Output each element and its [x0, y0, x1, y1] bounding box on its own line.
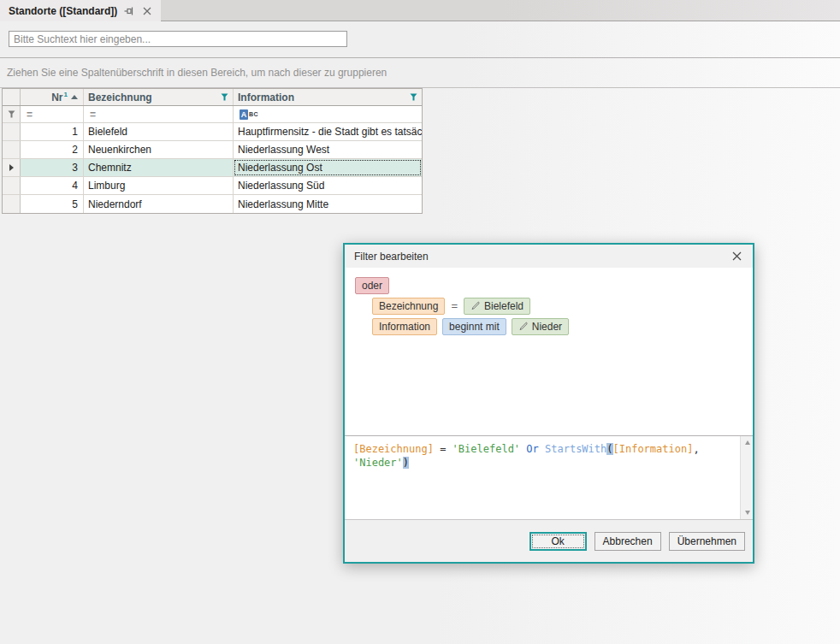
scroll-down-icon[interactable]: [741, 506, 754, 519]
data-grid: Nr1 Bezeichnung Information = = ABC 1 Bi…: [2, 88, 423, 214]
condition-field-badge[interactable]: Information: [372, 318, 437, 335]
search-input[interactable]: [9, 31, 347, 47]
code-token-keyword: Or: [526, 443, 538, 455]
cell-bezeichnung[interactable]: Limburg: [84, 177, 234, 194]
tab-title: Standorte ([Standard]): [9, 5, 117, 17]
table-row[interactable]: 2 Neuenkirchen Niederlassung West: [3, 141, 422, 159]
equals-operator-icon: =: [90, 109, 96, 121]
equals-operator-icon: =: [27, 109, 33, 121]
scrollbar[interactable]: [740, 436, 753, 519]
row-indicator-cell: [3, 141, 21, 158]
focused-row-arrow-icon: [9, 164, 14, 171]
cell-information[interactable]: Niederlassung Süd: [234, 177, 422, 194]
code-token-field: [Information]: [613, 443, 694, 455]
table-row[interactable]: 3 Chemnitz Niederlassung Ost: [3, 159, 422, 177]
column-header-nr[interactable]: Nr1: [21, 89, 84, 105]
condition-operator-badge[interactable]: beginnt mit: [442, 318, 506, 335]
pencil-icon: [518, 322, 528, 331]
sort-index-badge: 1: [64, 91, 68, 98]
dialog-titlebar[interactable]: Filter bearbeiten: [345, 245, 753, 268]
code-token-plain: =: [434, 443, 453, 455]
pencil-icon: [470, 301, 480, 310]
cell-nr[interactable]: 4: [21, 177, 84, 194]
expression-text[interactable]: [Bezeichnung] = 'Bielefeld' Or StartsWit…: [345, 436, 740, 519]
filter-funnel-icon[interactable]: [410, 93, 417, 101]
condition-value: Bielefeld: [484, 300, 524, 312]
table-row[interactable]: 1 Bielefeld Hauptfirmensitz - die Stadt …: [3, 123, 422, 141]
condition-field-badge[interactable]: Bezeichnung: [372, 298, 445, 315]
column-header-information[interactable]: Information: [234, 89, 422, 105]
filter-row-indicator-cell: [3, 106, 21, 122]
cell-bezeichnung[interactable]: Chemnitz: [84, 159, 234, 176]
condition-value: Nieder: [532, 321, 562, 333]
header-indicator-cell: [3, 89, 21, 105]
expression-editor: [Bezeichnung] = 'Bielefeld' Or StartsWit…: [345, 435, 753, 520]
column-header-bezeichnung[interactable]: Bezeichnung: [84, 89, 234, 105]
cell-nr[interactable]: 2: [21, 141, 84, 158]
code-token-plain: ,: [693, 443, 699, 455]
row-indicator-cell: [3, 177, 21, 194]
filter-funnel-icon[interactable]: [221, 93, 228, 101]
filter-cell-nr[interactable]: =: [21, 106, 84, 122]
cell-information[interactable]: Niederlassung Ost: [234, 159, 422, 176]
tab-standorte[interactable]: Standorte ([Standard]): [0, 0, 161, 21]
column-label-nr: Nr: [51, 92, 62, 103]
dialog-footer: Ok Abbrechen Übernehmen: [345, 520, 753, 562]
column-label-bezeichnung: Bezeichnung: [88, 92, 152, 103]
code-token-field: [Bezeichnung]: [353, 443, 434, 455]
scroll-up-icon[interactable]: [741, 436, 754, 449]
cell-information[interactable]: Niederlassung Mitte: [234, 195, 422, 213]
row-indicator-cell: [3, 123, 21, 140]
cell-information[interactable]: Hauptfirmensitz - die Stadt gibt es tats…: [234, 123, 422, 140]
-bernehmen-button[interactable]: Übernehmen: [669, 532, 745, 551]
group-operator-badge[interactable]: oder: [355, 277, 389, 294]
condition-value-badge[interactable]: Bielefeld: [464, 298, 530, 315]
row-indicator-cell: [3, 159, 21, 176]
code-token-plain: [539, 443, 545, 455]
group-by-panel[interactable]: Ziehen Sie eine Spaltenüberschrift in di…: [0, 58, 840, 88]
group-by-hint: Ziehen Sie eine Spaltenüberschrift in di…: [7, 67, 387, 79]
filter-condition-builder: oder Bezeichnung = Bielefeld Information…: [345, 268, 753, 435]
sort-ascending-icon: [71, 95, 78, 99]
code-token-string: 'Nieder': [353, 457, 403, 469]
condition-operator[interactable]: =: [451, 299, 458, 312]
table-row[interactable]: 5 Niederndorf Niederlassung Mitte: [3, 195, 422, 213]
tab-strip: Standorte ([Standard]): [0, 0, 840, 21]
filter-cell-bezeichnung[interactable]: =: [84, 106, 234, 122]
pin-icon[interactable]: [123, 5, 135, 17]
cell-bezeichnung[interactable]: Bielefeld: [84, 123, 234, 140]
search-panel: [0, 22, 840, 58]
condition-rows: Bezeichnung = Bielefeld Information begi…: [372, 297, 753, 335]
column-label-information: Information: [238, 92, 294, 103]
cell-information[interactable]: Niederlassung West: [234, 141, 422, 158]
funnel-icon: [8, 110, 15, 118]
filter-editor-dialog: Filter bearbeiten oder Bezeichnung = Bie…: [343, 243, 754, 564]
row-indicator-cell: [3, 195, 21, 213]
dialog-close-icon[interactable]: [731, 250, 743, 263]
close-icon[interactable]: [141, 5, 153, 17]
condition-value-badge[interactable]: Nieder: [512, 318, 569, 335]
abc-begins-with-icon: ABC: [240, 109, 258, 120]
condition-row: Bezeichnung = Bielefeld: [372, 297, 753, 315]
ok-button[interactable]: Ok: [529, 532, 587, 551]
code-token-function: StartsWith: [545, 443, 606, 455]
grid-body: 1 Bielefeld Hauptfirmensitz - die Stadt …: [3, 123, 422, 213]
code-token-bracket: ): [403, 457, 409, 469]
cell-bezeichnung[interactable]: Neuenkirchen: [84, 141, 234, 158]
abbrechen-button[interactable]: Abbrechen: [595, 532, 661, 551]
auto-filter-row: = = ABC: [3, 106, 422, 123]
code-token-string: 'Bielefeld': [453, 443, 520, 455]
cell-nr[interactable]: 1: [21, 123, 84, 140]
filter-cell-information[interactable]: ABC: [234, 106, 422, 122]
dialog-title: Filter bearbeiten: [354, 251, 429, 263]
cell-nr[interactable]: 3: [21, 159, 84, 176]
code-token-bracket: (: [606, 443, 612, 455]
cell-bezeichnung[interactable]: Niederndorf: [84, 195, 234, 213]
condition-row: Information beginnt mit Nieder: [372, 317, 753, 335]
grid-header-row: Nr1 Bezeichnung Information: [3, 89, 422, 106]
table-row[interactable]: 4 Limburg Niederlassung Süd: [3, 177, 422, 195]
cell-nr[interactable]: 5: [21, 195, 84, 213]
